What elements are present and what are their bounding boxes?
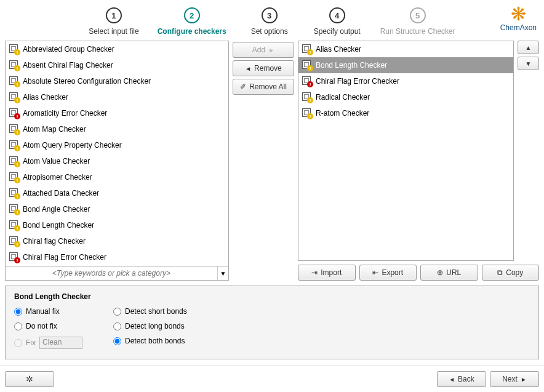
list-item[interactable]: Bond Length Checker bbox=[6, 217, 228, 233]
gear-icon: ✲ bbox=[26, 374, 33, 384]
io-buttons-row: ⇥ Import ⇤ Export ⊕ URL ⧉ Copy bbox=[298, 265, 539, 281]
list-item-label: Alias Checker bbox=[316, 45, 361, 54]
checker-icon bbox=[9, 76, 19, 86]
checker-icon bbox=[302, 76, 312, 86]
checker-icon bbox=[9, 44, 19, 54]
filter-input[interactable] bbox=[6, 266, 217, 280]
list-item[interactable]: Bond Length Checker bbox=[298, 57, 513, 73]
remove-all-button[interactable]: ✐ Remove All bbox=[233, 79, 294, 95]
import-button[interactable]: ⇥ Import bbox=[298, 265, 356, 281]
step-label: Configure checkers bbox=[158, 27, 226, 36]
list-item[interactable]: Bond Angle Checker bbox=[6, 201, 228, 217]
list-item[interactable]: Chiral Flag Error Checker bbox=[298, 73, 513, 89]
checker-icon bbox=[9, 108, 19, 118]
detail-title: Bond Length Checker bbox=[14, 292, 530, 301]
step-3[interactable]: 3Set options bbox=[245, 7, 294, 36]
list-item[interactable]: Absent Chiral Flag Checker bbox=[6, 57, 228, 73]
list-item[interactable]: Alias Checker bbox=[298, 41, 513, 57]
step-label: Select input file bbox=[89, 27, 138, 36]
fix-donot-radio[interactable]: Do not fix bbox=[14, 322, 82, 330]
checker-icon bbox=[9, 172, 19, 182]
step-4[interactable]: 4Specify output bbox=[313, 7, 362, 36]
import-icon: ⇥ bbox=[311, 268, 318, 277]
list-item-label: Atropisomer Checker bbox=[23, 173, 92, 182]
list-item[interactable]: Atom Value Checker bbox=[6, 153, 228, 169]
fix-mode-group: Manual fix Do not fix Fix Clean bbox=[14, 307, 82, 349]
list-item-label: Aromaticity Error Checker bbox=[23, 109, 107, 118]
available-checkers-panel: Abbreviated Group CheckerAbsent Chiral F… bbox=[5, 41, 229, 281]
selected-checkers-list[interactable]: Alias CheckerBond Length CheckerChiral F… bbox=[298, 41, 513, 121]
list-item[interactable]: Attached Data Checker bbox=[6, 185, 228, 201]
list-item[interactable]: Chiral Flag Error Checker bbox=[6, 249, 228, 265]
remove-button[interactable]: Remove bbox=[233, 60, 294, 76]
step-number: 4 bbox=[329, 7, 345, 23]
checker-icon bbox=[302, 44, 312, 54]
move-up-button[interactable] bbox=[518, 41, 539, 54]
copy-icon: ⧉ bbox=[497, 268, 503, 277]
brand-logo: ❋ ChemAxon bbox=[500, 5, 537, 32]
wizard-stepper: 1Select input file2Configure checkers3Se… bbox=[0, 0, 544, 41]
step-number: 3 bbox=[262, 7, 278, 23]
settings-button[interactable]: ✲ bbox=[5, 371, 54, 387]
list-item[interactable]: R-atom Checker bbox=[298, 105, 513, 121]
list-item-label: Bond Length Checker bbox=[23, 221, 94, 230]
step-5[interactable]: 5Run Structure Checker bbox=[380, 7, 455, 36]
list-item-label: Chiral Flag Error Checker bbox=[316, 77, 399, 86]
step-label: Specify output bbox=[314, 27, 361, 36]
next-button[interactable]: Next bbox=[490, 371, 539, 387]
copy-button[interactable]: ⧉ Copy bbox=[482, 265, 540, 281]
list-item-label: Atom Value Checker bbox=[23, 157, 90, 166]
selected-checkers-panel: Alias CheckerBond Length CheckerChiral F… bbox=[298, 41, 514, 261]
step-label: Set options bbox=[251, 27, 288, 36]
step-2[interactable]: 2Configure checkers bbox=[158, 7, 226, 36]
checker-icon bbox=[302, 92, 312, 102]
brand-name: ChemAxon bbox=[500, 23, 537, 32]
move-down-button[interactable] bbox=[518, 57, 539, 70]
list-item[interactable]: Atom Query Property Checker bbox=[6, 137, 228, 153]
list-item[interactable]: Absolute Stereo Configuration Checker bbox=[6, 73, 228, 89]
checker-icon bbox=[9, 236, 19, 246]
transfer-buttons: Add Remove ✐ Remove All bbox=[233, 41, 294, 281]
checker-icon bbox=[9, 188, 19, 198]
arrow-down-icon bbox=[526, 59, 532, 68]
add-button[interactable]: Add bbox=[233, 42, 294, 58]
checker-detail-panel: Bond Length Checker Manual fix Do not fi… bbox=[5, 286, 539, 359]
fix-method-select: Clean bbox=[39, 337, 82, 349]
eraser-icon: ✐ bbox=[240, 82, 246, 91]
export-button[interactable]: ⇤ Export bbox=[359, 265, 417, 281]
fix-manual-radio[interactable]: Manual fix bbox=[14, 307, 82, 316]
step-1[interactable]: 1Select input file bbox=[89, 7, 138, 36]
arrow-right-icon bbox=[268, 46, 274, 54]
detect-long-radio[interactable]: Detect long bonds bbox=[113, 322, 187, 330]
footer-bar: ✲ Back Next bbox=[0, 366, 544, 392]
list-item-label: Attached Data Checker bbox=[23, 189, 99, 198]
available-checkers-list[interactable]: Abbreviated Group CheckerAbsent Chiral F… bbox=[6, 41, 228, 266]
list-item[interactable]: Chiral flag Checker bbox=[6, 233, 228, 249]
checker-icon bbox=[9, 60, 19, 70]
list-item-label: Abbreviated Group Checker bbox=[23, 45, 114, 54]
list-item[interactable]: Aromaticity Error Checker bbox=[6, 105, 228, 121]
list-item-label: Atom Query Property Checker bbox=[23, 141, 122, 150]
list-item[interactable]: Abbreviated Group Checker bbox=[6, 41, 228, 57]
checker-icon bbox=[9, 140, 19, 150]
list-item[interactable]: Radical Checker bbox=[298, 89, 513, 105]
chevron-down-icon bbox=[220, 269, 226, 278]
fix-auto-radio[interactable]: Fix Clean bbox=[14, 337, 82, 349]
step-number: 2 bbox=[184, 7, 200, 23]
filter-dropdown-button[interactable] bbox=[217, 266, 228, 280]
detect-both-radio[interactable]: Detect both bonds bbox=[113, 337, 187, 345]
step-label: Run Structure Checker bbox=[380, 27, 455, 36]
list-item[interactable]: Atropisomer Checker bbox=[6, 169, 228, 185]
step-number: 1 bbox=[106, 7, 122, 23]
list-item-label: R-atom Checker bbox=[316, 109, 369, 118]
checker-icon bbox=[9, 92, 19, 102]
url-button[interactable]: ⊕ URL bbox=[420, 265, 478, 281]
detect-short-radio[interactable]: Detect short bonds bbox=[113, 307, 187, 316]
list-item[interactable]: Atom Map Checker bbox=[6, 121, 228, 137]
checker-icon bbox=[302, 108, 312, 118]
back-button[interactable]: Back bbox=[437, 371, 486, 387]
list-item[interactable]: Alias Checker bbox=[6, 89, 228, 105]
arrow-right-icon bbox=[521, 375, 527, 383]
step-number: 5 bbox=[410, 7, 426, 23]
list-item-label: Radical Checker bbox=[316, 93, 370, 102]
